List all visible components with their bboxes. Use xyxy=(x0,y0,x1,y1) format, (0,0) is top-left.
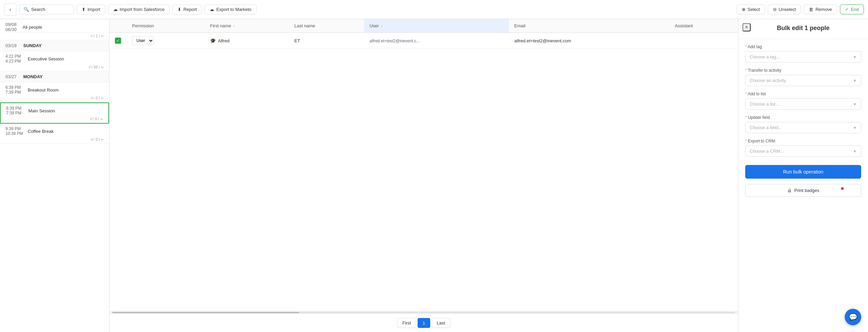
toolbar-right: ⊕ Select ⊖ Unselect 🗑 Remove ✓ End xyxy=(737,4,864,14)
chevron-down-icon-3: ▼ xyxy=(853,126,857,130)
sidebar-monday-header: 03/27 MONDAY xyxy=(0,71,109,82)
end-button[interactable]: ✓ End xyxy=(840,4,864,14)
tag-icon-0: 🏷 xyxy=(91,34,94,38)
sidebar-item-breakout[interactable]: 6:39 PM 7:39 PM Breakout Room 🏷 0 / ∞ xyxy=(0,82,109,102)
search-label: Search xyxy=(31,7,45,12)
tag-icon-4: 🏷 xyxy=(91,96,94,100)
sidebar-date-2: 06/30 xyxy=(5,27,19,32)
people-table: Permission First name ↑ Last name User ↕ xyxy=(109,19,738,49)
download-icon: ⬇ xyxy=(177,7,181,12)
row-firstname-cell: 🎓 Alfred xyxy=(205,33,289,49)
bulk-select-add-list[interactable]: Choose a list... ▼ xyxy=(745,98,861,110)
bulk-label-add-tag: Add tag xyxy=(745,44,861,49)
row-email-cell: alfred.et+test2@inevent.com xyxy=(509,33,669,49)
trash-icon: 🗑 xyxy=(809,7,813,12)
sidebar-tag-info-4: 🏷 0 / ∞ xyxy=(91,96,104,100)
col-header-email: Email xyxy=(509,19,669,33)
bulk-label-export-crm: Export to CRM: xyxy=(745,139,861,143)
sidebar-exec-label: Executive Session xyxy=(28,56,64,61)
sidebar-item-all-people[interactable]: 09/08 06/30 All people 🏷 1 / ∞ xyxy=(0,19,109,40)
bulk-field-update-field: Update field Choose a field... ▼ xyxy=(745,115,861,133)
chevron-down-icon-1: ▼ xyxy=(853,79,857,83)
export-marketo-button[interactable]: ☁ Export to Marketo xyxy=(205,4,257,14)
row-permission-cell: User xyxy=(127,33,205,49)
bulk-select-transfer-activity[interactable]: Choose an activity ▼ xyxy=(745,75,861,86)
sidebar-date-monday: 03/27 xyxy=(5,74,19,79)
search-button[interactable]: 🔍 Search xyxy=(19,4,74,14)
import-button[interactable]: ⬆ Import xyxy=(77,4,105,14)
sidebar-sunday-label: SUNDAY xyxy=(23,43,42,48)
scroll-bar-area[interactable] xyxy=(109,311,738,314)
bulk-title: Bulk edit 1 people xyxy=(738,19,868,39)
search-icon: 🔍 xyxy=(24,7,29,12)
bulk-select-add-tag[interactable]: Choose a tag... ▼ xyxy=(745,51,861,63)
print-badges-button[interactable]: 🖨 Print badges xyxy=(745,184,861,197)
unselect-button[interactable]: ⊖ Unselect xyxy=(768,4,801,14)
col-header-checkbox xyxy=(109,19,127,33)
bulk-body: Add tag Choose a tag... ▼ Transfer to ac… xyxy=(738,39,868,202)
sort-icon-firstname: ↑ xyxy=(233,24,235,28)
sidebar-main-label: Main Session xyxy=(28,108,55,113)
row-checkbox[interactable]: ✓ xyxy=(115,38,121,44)
graduation-icon: 🎓 xyxy=(210,38,216,43)
bulk-field-export-crm: Export to CRM: Choose a CRM... ▼ xyxy=(745,139,861,157)
pagination-first-button[interactable]: First xyxy=(397,318,416,328)
sidebar-sunday-header: 03/19 SUNDAY xyxy=(0,40,109,51)
scroll-thumb xyxy=(112,312,299,313)
bulk-select-export-crm[interactable]: Choose a CRM... ▼ xyxy=(745,146,861,157)
tag-icon-5: 🏷 xyxy=(90,117,94,121)
bulk-close-button[interactable]: × xyxy=(742,23,751,31)
col-header-permission: Permission xyxy=(127,19,205,33)
sidebar-all-people-label: All people xyxy=(23,25,42,30)
pagination-last-button[interactable]: Last xyxy=(432,318,450,328)
export-icon: ☁ xyxy=(210,7,214,12)
unselect-icon: ⊖ xyxy=(773,7,777,12)
run-bulk-operation-button[interactable]: Run bulk operation xyxy=(745,165,861,179)
pagination: First 1 Last xyxy=(109,314,738,332)
sidebar-item-coffee[interactable]: 9:39 PM 10:39 PM Coffee Break 🏷 0 / ∞ xyxy=(0,124,109,144)
bulk-label-add-list: Add to list xyxy=(745,92,861,96)
row-user-cell: alfred.et+test2@inevent.c... xyxy=(364,33,509,49)
upload-icon: ⬆ xyxy=(82,7,86,12)
report-button[interactable]: ⬇ Report xyxy=(172,4,202,14)
col-header-firstname[interactable]: First name ↑ xyxy=(205,19,289,33)
sidebar-tag-info-0: 🏷 1 / ∞ xyxy=(91,34,104,38)
remove-button[interactable]: 🗑 Remove xyxy=(804,4,837,14)
back-icon: ‹ xyxy=(9,6,11,13)
sidebar-date-sunday: 03/19 xyxy=(5,43,19,48)
check-icon: ✓ xyxy=(845,7,849,12)
sidebar-time-exec: 4:22 PM xyxy=(5,54,24,59)
sidebar-time-breakout2: 7:39 PM xyxy=(5,90,24,95)
printer-icon: 🖨 xyxy=(787,188,792,193)
user-name-display: 🎓 Alfred xyxy=(210,38,284,43)
bulk-label-update-field: Update field xyxy=(745,115,861,120)
sidebar-time-coffee2: 10:39 PM xyxy=(5,131,24,136)
table-container: Permission First name ↑ Last name User ↕ xyxy=(109,19,738,311)
col-header-user[interactable]: User ↕ xyxy=(364,19,509,33)
sidebar-monday-label: MONDAY xyxy=(23,74,43,79)
bulk-field-add-tag: Add tag Choose a tag... ▼ xyxy=(745,44,861,63)
select-button[interactable]: ⊕ Select xyxy=(737,4,765,14)
bulk-label-transfer-activity: Transfer to activity xyxy=(745,68,861,73)
sidebar-item-main-session[interactable]: 6:39 PM 7:39 PM Main Session 🏷 0 / ∞ xyxy=(0,102,109,124)
bulk-panel: × Bulk edit 1 people Add tag Choose a ta… xyxy=(738,19,868,332)
row-checkbox-cell[interactable]: ✓ xyxy=(109,33,127,49)
back-button[interactable]: ‹ xyxy=(4,3,16,16)
row-assistant-cell xyxy=(669,33,738,49)
permission-select[interactable]: User xyxy=(132,36,154,45)
select-icon: ⊕ xyxy=(742,7,746,12)
main-layout: 09/08 06/30 All people 🏷 1 / ∞ 03/19 SUN… xyxy=(0,19,868,332)
chevron-down-icon-2: ▼ xyxy=(853,102,857,106)
sidebar-tag-info-5: 🏷 0 / ∞ xyxy=(90,117,103,121)
import-sf-button[interactable]: ☁ Import from Salesforce xyxy=(108,4,170,14)
chat-bubble-button[interactable]: 💬 xyxy=(845,309,861,325)
sidebar-date-1: 09/08 xyxy=(5,22,19,27)
pagination-page-1-button[interactable]: 1 xyxy=(418,318,430,328)
sidebar: 09/08 06/30 All people 🏷 1 / ∞ 03/19 SUN… xyxy=(0,19,109,332)
col-header-lastname: Last name xyxy=(289,19,364,33)
sidebar-tag-info-6: 🏷 0 / ∞ xyxy=(91,137,104,141)
cloud-upload-icon: ☁ xyxy=(113,7,118,12)
sidebar-item-executive[interactable]: 4:22 PM 4:23 PM Executive Session 🏷 56 /… xyxy=(0,51,109,71)
notification-dot xyxy=(841,187,844,190)
bulk-select-update-field[interactable]: Choose a field... ▼ xyxy=(745,122,861,133)
